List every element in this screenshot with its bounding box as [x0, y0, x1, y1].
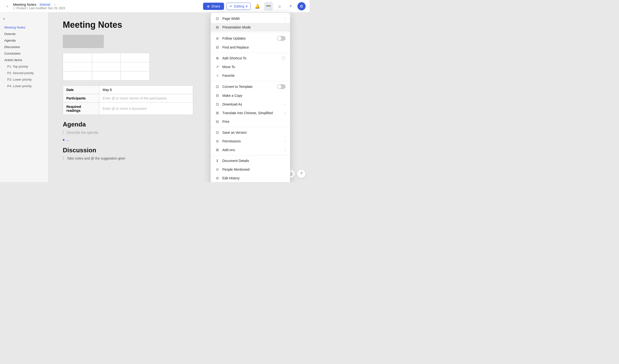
toggle-knob-2 [277, 85, 281, 89]
chevron-right-icon: › [285, 17, 286, 20]
menu-label-print: Print [222, 120, 229, 124]
convert-template-toggle[interactable] [277, 84, 286, 89]
menu-item-doc-details[interactable]: ℹ Document Details [211, 156, 290, 165]
menu-item-move-to[interactable]: ↗ Move To [211, 63, 290, 71]
external-badge: External [38, 3, 51, 6]
menu-item-people-mentioned-left: ⊙ People Mentioned [215, 167, 250, 172]
menu-item-add-shortcut[interactable]: ⊕ Add Shortcut To ? [211, 54, 290, 63]
menu-divider [211, 33, 290, 33]
grid-cell[interactable] [63, 62, 92, 71]
sidebar-item-agenda[interactable]: Agenda [2, 37, 46, 43]
menu-label-add-ons: Add-ons [222, 148, 235, 152]
sidebar-item-overvie[interactable]: Overvie [2, 31, 46, 37]
sidebar-item-conclusion[interactable]: Conclusion [2, 50, 46, 56]
more-dots-icon: ••• [266, 4, 271, 9]
plus-icon: + [289, 4, 292, 9]
follow-updates-toggle[interactable] [277, 36, 286, 41]
menu-item-people-mentioned[interactable]: ⊙ People Mentioned [211, 165, 290, 174]
info-row-date: Date May 6 [63, 86, 193, 94]
menu-right-download-as: › [285, 103, 286, 106]
menu-item-find-replace[interactable]: ⊟ Find and Replace [211, 43, 290, 52]
table-row [63, 71, 150, 81]
menu-divider-5 [211, 155, 290, 155]
menu-item-permissions-left: ⊘ Permissions [215, 139, 241, 143]
sidebar-item-p2[interactable]: P2. Second priority [2, 70, 46, 76]
menu-label-people-mentioned: People Mentioned [222, 168, 250, 171]
menu-item-move-to-left: ↗ Move To [215, 65, 235, 69]
follow-updates-icon: ⊘ [215, 36, 219, 41]
menu-label-page-width: Page Width [222, 17, 240, 21]
sidebar-item-meeting-notes[interactable]: Meeting Notes [2, 24, 46, 30]
menu-item-make-copy[interactable]: ⊟ Make a Copy [211, 91, 290, 100]
menu-item-convert-template-left: ⊡ Convert to Template [215, 84, 253, 89]
info-table: Date May 6 Participants Enter @ to inser… [63, 85, 193, 115]
menu-item-download-as-left: ⊡ Download As [215, 102, 242, 106]
menu-label-add-shortcut: Add Shortcut To [222, 56, 246, 60]
top-header: ‹ Meeting Notes External ☆ ☐ Product | L… [0, 0, 310, 13]
sidebar-item-discussion[interactable]: Discussion [2, 44, 46, 50]
share-button[interactable]: ⊕ Share [203, 3, 224, 10]
move-to-icon: ↗ [215, 65, 219, 69]
info-value-participants[interactable]: Enter @ to insert names of the participa… [99, 94, 193, 103]
menu-item-page-width[interactable]: ⊡ Page Width › [211, 14, 290, 23]
info-row-readings: Required readings Enter @ to insert a do… [63, 103, 193, 115]
menu-item-permissions[interactable]: ⊘ Permissions › [211, 137, 290, 146]
grid-cell[interactable] [121, 53, 150, 62]
save-version-icon: ⊡ [215, 130, 219, 135]
breadcrumb-product[interactable]: Product [16, 7, 26, 10]
grid-cell[interactable] [121, 62, 150, 71]
menu-item-print[interactable]: ⊟ Print [211, 117, 290, 126]
back-button[interactable]: ‹ [4, 3, 11, 10]
grid-cell[interactable] [63, 53, 92, 62]
sidebar-collapse-button[interactable]: « [2, 15, 46, 21]
sidebar-item-p1[interactable]: P1. Top priority [2, 63, 46, 70]
grid-cell[interactable] [63, 71, 92, 81]
menu-item-save-version[interactable]: ⊡ Save as Version [211, 128, 290, 137]
menu-item-add-ons[interactable]: ⊞ Add-ons › [211, 146, 290, 154]
add-shortcut-icon: ⊕ [215, 56, 219, 60]
menu-item-presentation-mode[interactable]: ⊞ Presentation Mode [211, 23, 290, 32]
grid-cell[interactable] [121, 71, 150, 81]
menu-label-favorite: Favorite [222, 74, 235, 77]
menu-item-add-ons-left: ⊞ Add-ons [215, 148, 235, 152]
grid-cell[interactable] [92, 62, 121, 71]
add-ons-icon: ⊞ [215, 148, 219, 152]
table-row [63, 53, 150, 62]
add-button[interactable]: + [286, 2, 295, 11]
search-button[interactable]: ⌕ [275, 2, 284, 11]
info-label-date: Date [63, 86, 99, 94]
help-button[interactable]: ? [297, 169, 306, 178]
star-icon[interactable]: ☆ [53, 3, 56, 7]
favorite-icon: ☆ [215, 73, 219, 78]
menu-item-save-version-left: ⊡ Save as Version [215, 130, 247, 135]
menu-item-convert-template[interactable]: ⊡ Convert to Template [211, 82, 290, 91]
info-value-readings[interactable]: Enter @ to insert a document [99, 103, 193, 115]
grid-cell[interactable] [92, 53, 121, 62]
avatar[interactable]: D [297, 2, 306, 10]
table-row [63, 62, 150, 71]
grid-cell[interactable] [92, 71, 121, 81]
download-as-icon: ⊡ [215, 102, 219, 106]
search-icon: ⌕ [278, 4, 281, 9]
menu-item-follow-updates[interactable]: ⊘ Follow Updates [211, 34, 290, 43]
menu-item-favorite[interactable]: ☆ Favorite [211, 71, 290, 80]
editing-button[interactable]: ✏ Editing ▾ [226, 3, 251, 10]
sidebar-item-action-items[interactable]: Action items [2, 57, 46, 63]
chevron-right-permissions-icon: › [285, 140, 286, 143]
sidebar-item-p3[interactable]: P3. Lower priority [2, 77, 46, 83]
bell-button[interactable]: 🔔 [253, 2, 262, 11]
menu-label-translate: Translate Into Chinese, Simplified [222, 111, 273, 115]
bullet-text[interactable]: ... [66, 138, 69, 142]
menu-item-download-as[interactable]: ⊡ Download As › [211, 100, 290, 109]
menu-item-edit-history[interactable]: ⊘ Edit History [211, 174, 290, 182]
editing-pencil-icon: ✏ [230, 4, 232, 8]
menu-label-download-as: Download As [222, 102, 242, 106]
sidebar-item-p4[interactable]: P4. Lower priority [2, 83, 46, 89]
menu-right-permissions: › [285, 140, 286, 143]
chevron-right-add-ons-icon: › [285, 148, 286, 152]
menu-right-add-ons: › [285, 148, 286, 152]
edit-history-icon: ⊘ [215, 176, 219, 180]
more-button[interactable]: ••• [264, 2, 273, 11]
info-value-date[interactable]: May 6 [99, 86, 193, 94]
menu-item-translate[interactable]: ⊞ Translate Into Chinese, Simplified › [211, 109, 290, 117]
